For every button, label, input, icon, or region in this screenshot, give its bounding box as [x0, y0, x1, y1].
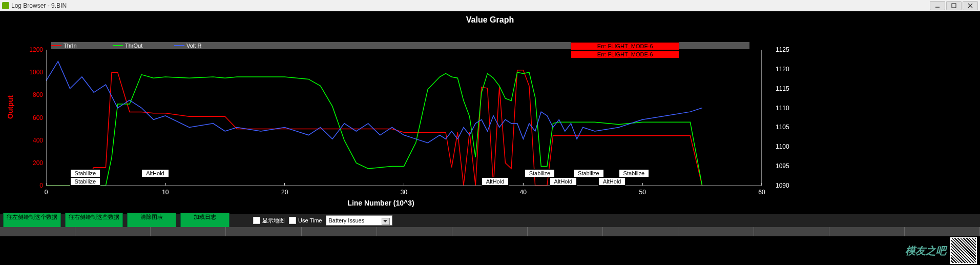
window-title: Log Browser - 9.BIN — [11, 2, 67, 9]
footer: 模友之吧 — [0, 236, 980, 265]
use-time-label: Use Time — [298, 217, 322, 223]
chart-title: Value Graph — [0, 11, 980, 27]
svg-rect-1 — [952, 4, 956, 8]
use-time-checkbox[interactable] — [289, 217, 296, 224]
series-Volt R — [46, 62, 702, 143]
xtick: 0 — [38, 189, 54, 196]
xtick: 10 — [158, 189, 173, 196]
ytick-left: 1200 — [23, 46, 43, 53]
watermark-text: 模友之吧 — [905, 244, 946, 258]
y-axis-label-left: Output — [6, 95, 14, 119]
ytick-left: 400 — [23, 137, 43, 144]
draw-left-button[interactable]: 往左侧绘制这个数据 — [3, 213, 61, 228]
legend-swatch — [51, 45, 61, 46]
error-flag: Err: FLIGHT_MODE-6 — [571, 42, 679, 50]
ytick-left: 600 — [23, 114, 43, 121]
titlebar: Log Browser - 9.BIN — [0, 0, 980, 12]
xtick: 20 — [277, 189, 293, 196]
draw-right-button[interactable]: 往右侧绘制这些数据 — [65, 213, 123, 228]
maximize-button[interactable] — [946, 1, 962, 10]
mode-label: Stabilize — [573, 169, 604, 177]
minimize-button[interactable] — [930, 1, 945, 10]
ytick-right: 1110 — [776, 105, 806, 112]
ytick-right: 1090 — [776, 182, 806, 189]
plot[interactable] — [46, 50, 762, 186]
error-flag: Err: FLIGHT_MODE-6 — [571, 50, 679, 58]
legend-item[interactable]: ThrIn — [51, 43, 113, 49]
ytick-left: 1000 — [23, 69, 43, 76]
issues-dropdown-value: Battery Issues — [328, 217, 364, 223]
legend-item[interactable]: ThrOut — [113, 43, 174, 49]
mode-label: AltHold — [482, 177, 509, 186]
mode-label: AltHold — [141, 169, 169, 177]
xtick: 50 — [635, 189, 650, 196]
ytick-left: 0 — [23, 182, 43, 189]
toolbar: 往左侧绘制这个数据 往右侧绘制这些数据 清除图表 加载日志 显示地图 Use T… — [0, 214, 980, 227]
show-map-checkbox[interactable] — [253, 217, 260, 224]
mode-label: Stabilize — [70, 177, 101, 186]
mode-label: Stabilize — [525, 169, 555, 177]
ytick-right: 1115 — [776, 85, 806, 92]
xtick: 30 — [397, 189, 412, 196]
app-icon — [2, 2, 9, 9]
ytick-right: 1125 — [776, 46, 806, 53]
ytick-right: 1100 — [776, 143, 806, 150]
legend-item[interactable]: Volt R — [174, 43, 236, 49]
status-bar — [0, 227, 980, 236]
ytick-right: 1105 — [776, 124, 806, 131]
show-map-label: 显示地图 — [262, 217, 285, 225]
legend-swatch — [113, 45, 123, 46]
legend-swatch — [174, 45, 184, 46]
ytick-right: 1095 — [776, 162, 806, 170]
qr-code — [950, 237, 977, 264]
xtick: 40 — [515, 189, 531, 196]
ytick-left: 800 — [23, 91, 43, 98]
ytick-left: 200 — [23, 159, 43, 167]
ytick-right: 1120 — [776, 66, 806, 73]
mode-label: AltHold — [598, 177, 625, 186]
legend-label: Volt R — [186, 43, 201, 49]
issues-dropdown[interactable]: Battery Issues — [326, 215, 392, 226]
chart-area: Value Graph ThrInThrOutVolt R Output 020… — [0, 11, 980, 214]
close-button[interactable] — [963, 1, 978, 10]
mode-label: Stabilize — [70, 169, 101, 177]
legend-label: ThrOut — [125, 43, 142, 49]
mode-label: AltHold — [550, 177, 577, 186]
clear-chart-button[interactable]: 清除图表 — [127, 213, 176, 228]
xtick: 60 — [754, 189, 769, 196]
legend-label: ThrIn — [64, 43, 77, 49]
app-window: Log Browser - 9.BIN Value Graph ThrInThr… — [0, 0, 980, 265]
load-log-button[interactable]: 加载日志 — [180, 213, 230, 228]
x-axis-label: Line Number (10^3) — [0, 199, 762, 207]
mode-label: Stabilize — [619, 169, 650, 177]
